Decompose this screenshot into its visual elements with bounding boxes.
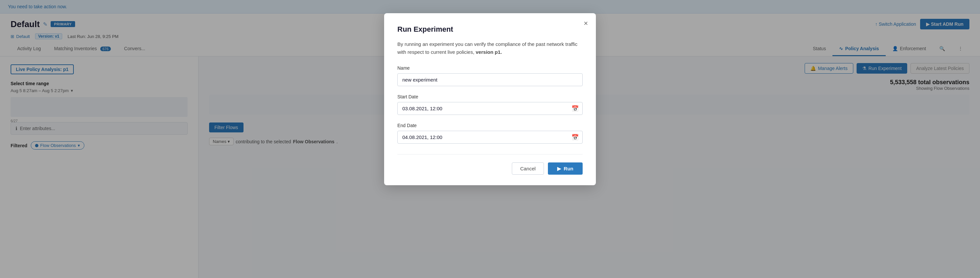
start-date-form-group: Start Date 📅 xyxy=(397,94,583,115)
end-date-label: End Date xyxy=(397,123,583,128)
modal-overlay: Run Experiment × By running an experimen… xyxy=(0,0,980,278)
start-date-input-wrap: 📅 xyxy=(397,102,583,115)
modal-description: By running an experiment you can verify … xyxy=(397,40,583,56)
name-label: Name xyxy=(397,65,583,71)
cancel-button[interactable]: Cancel xyxy=(512,163,544,175)
name-form-group: Name xyxy=(397,65,583,86)
run-icon: ▶ xyxy=(557,166,561,172)
run-button[interactable]: ▶ Run xyxy=(548,163,583,175)
start-date-input[interactable] xyxy=(397,102,583,115)
start-date-label: Start Date xyxy=(397,94,583,100)
end-date-input[interactable] xyxy=(397,131,583,144)
name-input[interactable] xyxy=(397,73,583,86)
run-experiment-modal: Run Experiment × By running an experimen… xyxy=(384,13,596,185)
end-date-input-wrap: 📅 xyxy=(397,131,583,144)
modal-bold-version: version p1. xyxy=(476,49,502,55)
modal-footer: Cancel ▶ Run xyxy=(397,154,583,175)
modal-title: Run Experiment xyxy=(397,25,583,34)
modal-close-button[interactable]: × xyxy=(584,20,588,27)
end-date-form-group: End Date 📅 xyxy=(397,123,583,144)
